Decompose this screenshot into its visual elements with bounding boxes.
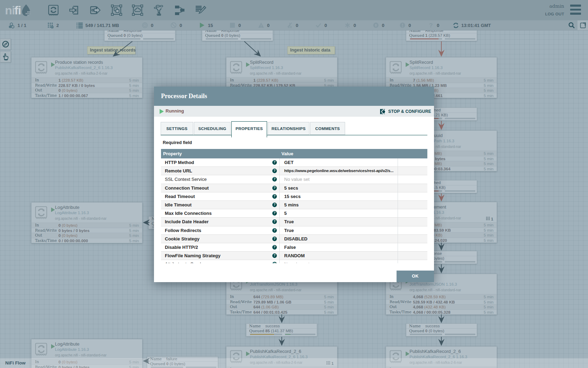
property-value[interactable]: 5	[279, 209, 398, 217]
property-value[interactable]: True	[279, 218, 398, 226]
property-name: Disable HTTP/2	[161, 245, 272, 250]
property-row[interactable]: Cookie Strategy?DISABLED	[161, 235, 427, 243]
help-icon[interactable]: ?	[272, 203, 277, 207]
property-row[interactable]: Idle Timeout?5 mins	[161, 201, 427, 209]
operate-palette-toggle[interactable]	[0, 51, 11, 62]
running-icon	[159, 109, 164, 114]
property-value[interactable]: 15 secs	[279, 192, 398, 200]
birdseye-toggle[interactable]	[578, 20, 588, 30]
running-icon	[199, 22, 205, 29]
connection-label[interactable]: NamesuccessQueued85 (141.37 MB)	[246, 323, 317, 336]
svg-text:?: ?	[429, 22, 433, 29]
processor-name: PublishKafkaRecord_2_6	[250, 349, 301, 354]
backpressure-object-bar	[108, 38, 140, 40]
processor-icon	[35, 342, 48, 356]
input-port-icon[interactable]	[68, 4, 80, 16]
flow-label[interactable]: Ingest historic data	[287, 46, 335, 54]
property-row[interactable]: Follow Redirects?True	[161, 226, 427, 235]
processor-icon[interactable]	[47, 4, 59, 16]
help-icon[interactable]: ?	[272, 219, 277, 224]
search-button[interactable]	[568, 21, 576, 29]
help-icon[interactable]: ?	[272, 160, 277, 165]
tab-relationships[interactable]: RELATIONSHIPS	[268, 122, 309, 135]
property-row[interactable]: Max Idle Connections?5	[161, 209, 427, 218]
help-icon[interactable]: ?	[272, 228, 277, 233]
tab-scheduling[interactable]: SCHEDULING	[194, 122, 231, 135]
processor-bundle: org.apache.nifi - nifi-standard-nar	[55, 217, 106, 220]
label-icon[interactable]	[195, 4, 206, 16]
process-group-icon[interactable]	[111, 4, 122, 16]
tab-comments[interactable]: COMMENTS	[310, 122, 345, 135]
connection-label[interactable]: NamesuccessQueued0 (0 bytes)	[406, 323, 477, 336]
stop-and-configure-button[interactable]: STOP & CONFIGURE	[380, 108, 431, 115]
run-status-icon	[405, 352, 410, 356]
global-menu-button[interactable]	[570, 5, 581, 15]
backpressure-size-bar	[445, 334, 475, 335]
refresh-status[interactable]: 13:01:41 GMT	[453, 20, 491, 30]
property-value[interactable]: False	[279, 243, 398, 251]
property-value[interactable]: DISABLED	[279, 235, 398, 243]
property-value[interactable]: 5 mins	[279, 201, 398, 209]
stat-window: 5 min	[129, 93, 139, 98]
property-row[interactable]: HTTP Method?GET	[161, 158, 427, 167]
property-row[interactable]: SSL Context Service?No value set	[161, 175, 427, 184]
tab-properties[interactable]: PROPERTIES	[231, 121, 267, 137]
processor[interactable]: Produce station recordsPublishKafkaRecor…	[31, 57, 142, 98]
status-item-value: 0	[437, 23, 439, 28]
stat-label: In	[230, 294, 234, 300]
help-icon[interactable]: ?	[272, 177, 277, 182]
nifi-application: Ingest station recordsIngest historic da…	[0, 0, 588, 368]
help-icon[interactable]: ?	[272, 186, 277, 190]
flow-label[interactable]: Ingest station records	[87, 46, 135, 54]
property-value[interactable]: No value set	[279, 175, 398, 183]
help-icon[interactable]: ?	[272, 211, 277, 216]
breadcrumb[interactable]: NiFi Flow	[5, 360, 26, 366]
dialog-title: Processor Details	[154, 87, 434, 106]
processor[interactable]: LogAttributeLogAttribute 1.16.3org.apach…	[31, 202, 142, 243]
help-icon[interactable]: ?	[272, 245, 277, 250]
navigate-palette-toggle[interactable]	[0, 39, 11, 50]
template-icon[interactable]	[174, 4, 186, 16]
output-port-icon[interactable]	[89, 4, 101, 16]
backpressure-object-bar	[250, 334, 282, 335]
property-row[interactable]: Disable HTTP/2?False	[161, 243, 427, 252]
property-row[interactable]: Include Date Header?True	[161, 218, 427, 226]
status-item-value: 0	[408, 23, 411, 28]
locally-modified-icon	[344, 22, 351, 29]
logout-link[interactable]: LOG OUT	[515, 12, 564, 16]
connection-queued-value: 0 (0 bytes)	[425, 329, 444, 333]
stat-window: 5 min	[324, 305, 334, 310]
property-row[interactable]: Connection Timeout?5 secs	[161, 184, 427, 192]
tab-settings[interactable]: SETTINGS	[161, 122, 193, 135]
backpressure-size-bar	[445, 261, 475, 263]
help-icon[interactable]: ?	[272, 169, 277, 173]
logo-text-ni: ni	[5, 4, 15, 17]
help-icon[interactable]: ?	[272, 253, 277, 258]
stat-window: 5 min	[324, 300, 334, 305]
property-value[interactable]: https://www.pegelonline.wsv.de/webservic…	[279, 167, 398, 175]
stat-window: 5 min	[129, 228, 139, 233]
property-row[interactable]: Attributes to Send?No value set	[161, 260, 427, 263]
remote-process-group-icon[interactable]	[132, 4, 144, 16]
property-name: FlowFile Naming Strategy	[161, 253, 272, 258]
property-row[interactable]: Read Timeout?15 secs	[161, 192, 427, 201]
property-value[interactable]: RANDOM	[279, 252, 398, 260]
sync-failure-icon: ?	[428, 22, 434, 29]
help-icon[interactable]: ?	[272, 194, 277, 199]
property-value[interactable]: GET	[279, 158, 398, 166]
processor-bundle: org.apache.nifi - nifi-standard-nar	[410, 71, 461, 75]
connection-queued-value: 0 (0 bytes)	[221, 33, 240, 38]
running-indicator-icon	[51, 62, 55, 67]
property-value[interactable]: No value set	[279, 260, 398, 263]
help-icon[interactable]: ?	[272, 262, 277, 263]
property-value[interactable]: 5 secs	[279, 184, 398, 192]
property-row[interactable]: FlowFile Naming Strategy?RANDOM	[161, 252, 427, 260]
ok-button[interactable]: OK	[397, 271, 434, 282]
property-value[interactable]: True	[279, 226, 398, 234]
stat-label: Read/Write	[390, 300, 412, 305]
funnel-icon[interactable]	[153, 4, 165, 16]
property-row[interactable]: Remote URL?https://www.pegelonline.wsv.d…	[161, 167, 427, 175]
running-indicator-icon	[405, 351, 410, 356]
help-icon[interactable]: ?	[272, 237, 277, 241]
stat-window: 5 min	[129, 83, 139, 88]
